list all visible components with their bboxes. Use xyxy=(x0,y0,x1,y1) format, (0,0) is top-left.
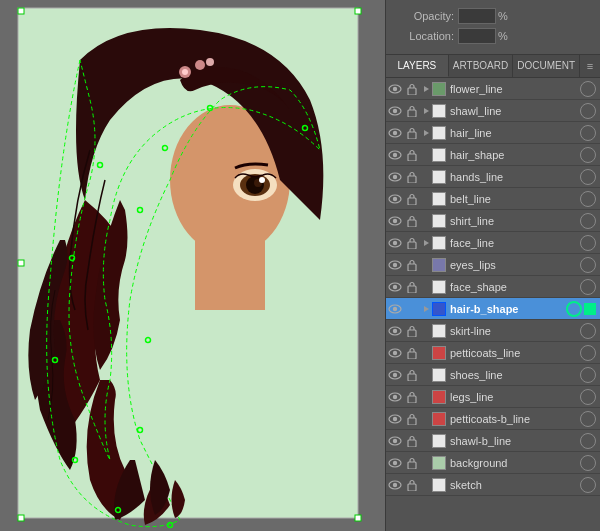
lock-icon[interactable] xyxy=(404,188,420,210)
lock-icon[interactable] xyxy=(404,210,420,232)
layer-target-icon[interactable] xyxy=(580,147,596,163)
layer-target-icon[interactable] xyxy=(580,169,596,185)
layer-target-icon[interactable] xyxy=(580,125,596,141)
opacity-input[interactable] xyxy=(458,8,496,24)
layer-row[interactable]: legs_line xyxy=(386,386,600,408)
layer-row[interactable]: shoes_line xyxy=(386,364,600,386)
layers-list[interactable]: flower_lineshawl_linehair_linehair_shape… xyxy=(386,78,600,531)
lock-icon[interactable] xyxy=(404,342,420,364)
expand-arrow-icon[interactable] xyxy=(420,342,432,364)
lock-icon[interactable] xyxy=(404,430,420,452)
eye-icon[interactable] xyxy=(386,122,404,144)
lock-icon[interactable] xyxy=(404,386,420,408)
panel-menu-icon[interactable]: ≡ xyxy=(580,55,600,77)
lock-icon[interactable] xyxy=(404,276,420,298)
expand-arrow-icon[interactable] xyxy=(420,188,432,210)
lock-icon[interactable] xyxy=(404,320,420,342)
eye-icon[interactable] xyxy=(386,232,404,254)
layer-target-icon[interactable] xyxy=(580,81,596,97)
layer-row[interactable]: hair-b_shape xyxy=(386,298,600,320)
expand-arrow-icon[interactable] xyxy=(420,298,432,320)
layer-row[interactable]: background xyxy=(386,452,600,474)
eye-icon[interactable] xyxy=(386,430,404,452)
layer-target-icon[interactable] xyxy=(580,477,596,493)
layer-target-icon[interactable] xyxy=(580,257,596,273)
lock-icon[interactable] xyxy=(404,474,420,496)
layer-target-icon[interactable] xyxy=(580,367,596,383)
eye-icon[interactable] xyxy=(386,298,404,320)
layer-target-icon[interactable] xyxy=(580,323,596,339)
lock-icon[interactable] xyxy=(404,232,420,254)
tab-artboard[interactable]: ARTBOARD xyxy=(449,55,513,77)
expand-arrow-icon[interactable] xyxy=(420,408,432,430)
expand-arrow-icon[interactable] xyxy=(420,78,432,100)
layer-row[interactable]: petticoats_line xyxy=(386,342,600,364)
expand-arrow-icon[interactable] xyxy=(420,210,432,232)
lock-icon[interactable] xyxy=(404,452,420,474)
eye-icon[interactable] xyxy=(386,408,404,430)
expand-arrow-icon[interactable] xyxy=(420,166,432,188)
layer-target-icon[interactable] xyxy=(580,191,596,207)
eye-icon[interactable] xyxy=(386,386,404,408)
layer-row[interactable]: flower_line xyxy=(386,78,600,100)
layer-row[interactable]: face_shape xyxy=(386,276,600,298)
layer-target-icon[interactable] xyxy=(580,279,596,295)
eye-icon[interactable] xyxy=(386,342,404,364)
expand-arrow-icon[interactable] xyxy=(420,364,432,386)
layer-row[interactable]: shawl-b_line xyxy=(386,430,600,452)
lock-icon[interactable] xyxy=(404,166,420,188)
eye-icon[interactable] xyxy=(386,100,404,122)
eye-icon[interactable] xyxy=(386,474,404,496)
eye-icon[interactable] xyxy=(386,188,404,210)
lock-icon[interactable] xyxy=(404,364,420,386)
layer-target-icon[interactable] xyxy=(580,235,596,251)
lock-icon[interactable] xyxy=(404,122,420,144)
tab-document[interactable]: DOCUMENT xyxy=(513,55,580,77)
layer-row[interactable]: hands_line xyxy=(386,166,600,188)
layer-row[interactable]: face_line xyxy=(386,232,600,254)
layer-row[interactable]: sketch xyxy=(386,474,600,496)
eye-icon[interactable] xyxy=(386,210,404,232)
lock-icon[interactable] xyxy=(404,78,420,100)
layer-target-icon[interactable] xyxy=(580,345,596,361)
layer-target-icon[interactable] xyxy=(580,411,596,427)
layer-row[interactable]: hair_shape xyxy=(386,144,600,166)
lock-icon[interactable] xyxy=(404,408,420,430)
location-input[interactable] xyxy=(458,28,496,44)
eye-icon[interactable] xyxy=(386,364,404,386)
layer-target-icon[interactable] xyxy=(566,301,582,317)
layer-row[interactable]: belt_line xyxy=(386,188,600,210)
eye-icon[interactable] xyxy=(386,78,404,100)
layer-target-icon[interactable] xyxy=(580,213,596,229)
eye-icon[interactable] xyxy=(386,144,404,166)
layer-target-icon[interactable] xyxy=(580,433,596,449)
expand-arrow-icon[interactable] xyxy=(420,452,432,474)
lock-icon[interactable] xyxy=(404,254,420,276)
expand-arrow-icon[interactable] xyxy=(420,320,432,342)
layer-target-icon[interactable] xyxy=(580,455,596,471)
layer-row[interactable]: petticoats-b_line xyxy=(386,408,600,430)
layer-target-icon[interactable] xyxy=(580,389,596,405)
expand-arrow-icon[interactable] xyxy=(420,254,432,276)
lock-icon[interactable] xyxy=(404,298,420,320)
tab-layers[interactable]: LAYERS xyxy=(386,55,449,77)
layer-row[interactable]: eyes_lips xyxy=(386,254,600,276)
layer-row[interactable]: shawl_line xyxy=(386,100,600,122)
expand-arrow-icon[interactable] xyxy=(420,100,432,122)
layer-target-icon[interactable] xyxy=(580,103,596,119)
layer-row[interactable]: shirt_line xyxy=(386,210,600,232)
layer-row[interactable]: skirt-line xyxy=(386,320,600,342)
lock-icon[interactable] xyxy=(404,144,420,166)
expand-arrow-icon[interactable] xyxy=(420,276,432,298)
expand-arrow-icon[interactable] xyxy=(420,232,432,254)
eye-icon[interactable] xyxy=(386,166,404,188)
expand-arrow-icon[interactable] xyxy=(420,430,432,452)
eye-icon[interactable] xyxy=(386,276,404,298)
lock-icon[interactable] xyxy=(404,100,420,122)
expand-arrow-icon[interactable] xyxy=(420,474,432,496)
expand-arrow-icon[interactable] xyxy=(420,122,432,144)
expand-arrow-icon[interactable] xyxy=(420,386,432,408)
expand-arrow-icon[interactable] xyxy=(420,144,432,166)
eye-icon[interactable] xyxy=(386,254,404,276)
eye-icon[interactable] xyxy=(386,452,404,474)
